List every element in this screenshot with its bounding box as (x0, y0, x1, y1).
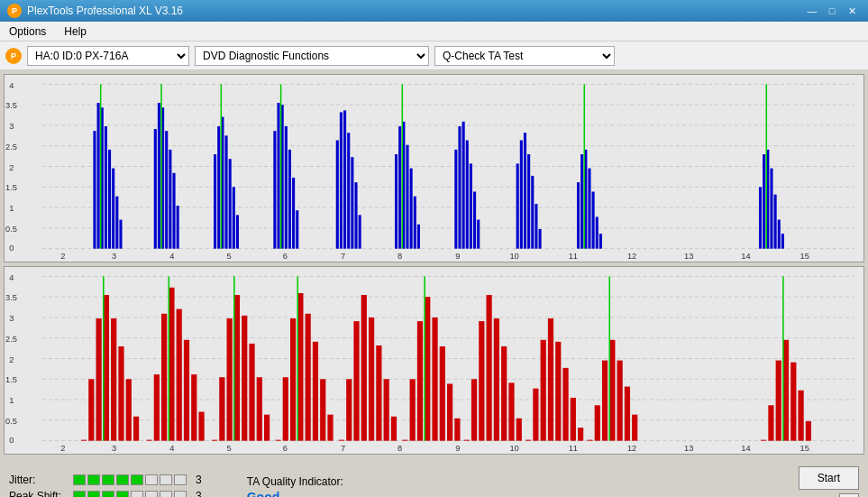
svg-rect-172 (402, 440, 407, 441)
svg-rect-30 (165, 131, 168, 249)
svg-text:12: 12 (627, 252, 636, 261)
svg-rect-40 (233, 187, 235, 248)
svg-rect-55 (351, 157, 353, 249)
svg-rect-189 (525, 440, 531, 441)
svg-rect-184 (487, 295, 492, 441)
maximize-button[interactable]: □ (823, 4, 841, 18)
svg-rect-143 (191, 374, 196, 441)
svg-rect-208 (783, 340, 789, 441)
svg-rect-88 (759, 187, 762, 248)
svg-text:2: 2 (60, 444, 65, 453)
svg-rect-173 (410, 379, 416, 440)
close-button[interactable]: ✕ (843, 4, 861, 18)
svg-text:10: 10 (509, 444, 518, 453)
svg-rect-194 (562, 368, 568, 441)
svg-text:0.5: 0.5 (5, 225, 17, 234)
svg-rect-162 (327, 415, 333, 441)
svg-rect-198 (595, 405, 600, 440)
svg-rect-152 (257, 377, 262, 440)
svg-rect-190 (533, 389, 538, 441)
minimize-button[interactable]: — (803, 4, 821, 18)
svg-rect-66 (454, 150, 457, 249)
svg-rect-18 (93, 131, 96, 249)
peak-shift-value: 3 (196, 490, 202, 497)
svg-rect-134 (126, 379, 132, 440)
svg-rect-156 (283, 377, 288, 440)
svg-text:3.5: 3.5 (5, 293, 17, 302)
svg-rect-24 (115, 197, 118, 249)
svg-text:15: 15 (800, 444, 809, 453)
svg-rect-200 (609, 340, 615, 441)
svg-text:2: 2 (60, 252, 65, 261)
svg-rect-199 (602, 361, 608, 441)
svg-rect-41 (236, 215, 239, 248)
peak-seg-2 (87, 491, 100, 497)
svg-rect-68 (462, 122, 465, 249)
drive-select[interactable]: HA:0 ID:0 PX-716A (27, 46, 189, 66)
svg-rect-91 (770, 169, 772, 249)
svg-text:2: 2 (9, 355, 14, 364)
menu-help[interactable]: Help (59, 23, 92, 40)
ta-quality-value: Good (247, 490, 280, 497)
svg-rect-61 (406, 145, 408, 249)
svg-rect-167 (361, 295, 367, 441)
jitter-seg-5 (131, 474, 143, 485)
peak-seg-5 (131, 491, 143, 497)
svg-rect-197 (587, 440, 592, 441)
svg-rect-69 (466, 141, 469, 249)
svg-text:4: 4 (9, 273, 14, 282)
function-select[interactable]: DVD Diagnostic Functions (195, 46, 429, 66)
jitter-seg-4 (116, 474, 129, 485)
svg-rect-27 (154, 129, 157, 249)
svg-rect-150 (242, 316, 247, 441)
svg-rect-57 (359, 215, 361, 248)
svg-rect-35 (214, 154, 216, 249)
svg-rect-170 (384, 379, 389, 440)
svg-rect-77 (531, 176, 534, 249)
test-select[interactable]: Q-Check TA Test (434, 46, 615, 66)
svg-rect-75 (524, 133, 526, 248)
svg-rect-83 (588, 169, 590, 249)
svg-rect-191 (541, 340, 546, 441)
svg-rect-74 (520, 141, 523, 249)
jitter-seg-3 (102, 474, 114, 485)
svg-rect-89 (763, 154, 765, 249)
svg-rect-188 (516, 419, 522, 441)
svg-rect-138 (154, 374, 160, 441)
svg-rect-53 (343, 110, 346, 248)
svg-text:1: 1 (9, 204, 14, 213)
svg-rect-196 (578, 428, 583, 441)
jitter-label: Jitter: (9, 474, 68, 486)
svg-rect-139 (161, 314, 167, 441)
start-button[interactable]: Start (799, 466, 859, 490)
svg-text:6: 6 (283, 252, 288, 261)
svg-rect-64 (417, 225, 420, 249)
menu-bar: Options Help (0, 22, 868, 41)
charts-wrapper: 4 3.5 3 2.5 2 1.5 1 0.5 0 (0, 70, 868, 458)
svg-rect-165 (346, 379, 352, 440)
title-bar: P PlexTools Professional XL V3.16 — □ ✕ (0, 0, 868, 22)
jitter-seg-8 (174, 474, 187, 485)
bottom-chart: 4 3.5 3 2.5 2 1.5 1 0.5 0 (4, 266, 864, 455)
svg-rect-129 (88, 379, 94, 440)
svg-rect-168 (369, 318, 374, 441)
svg-rect-160 (313, 342, 318, 441)
jitter-seg-1 (73, 474, 86, 485)
toolbar: P HA:0 ID:0 PX-716A DVD Diagnostic Funct… (0, 41, 868, 70)
menu-options[interactable]: Options (4, 23, 51, 40)
svg-rect-78 (535, 204, 537, 249)
svg-text:12: 12 (627, 444, 636, 453)
svg-rect-130 (96, 318, 102, 441)
svg-text:1.5: 1.5 (5, 183, 17, 192)
svg-rect-175 (425, 297, 430, 441)
svg-rect-56 (354, 182, 357, 249)
svg-text:13: 13 (684, 444, 693, 453)
svg-text:9: 9 (455, 252, 460, 261)
svg-rect-32 (172, 173, 175, 249)
svg-rect-146 (212, 440, 217, 441)
info-button[interactable]: i (839, 493, 859, 497)
svg-text:14: 14 (741, 444, 750, 453)
svg-rect-84 (592, 191, 595, 248)
svg-rect-155 (275, 440, 280, 441)
svg-rect-205 (761, 440, 766, 441)
